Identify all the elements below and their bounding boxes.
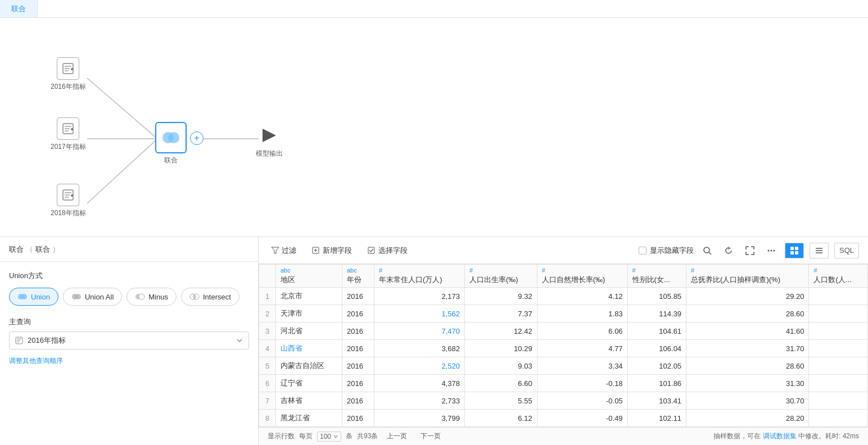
node-output[interactable]: 模型输出: [256, 124, 283, 158]
svg-point-17: [168, 132, 179, 143]
canvas-area: 2016年指标 2017年指标 2018年指标: [0, 18, 868, 237]
cell-dependency: 30.70: [686, 392, 809, 410]
expand-button[interactable]: [742, 243, 758, 258]
cell-natural-growth: 1.83: [537, 305, 627, 323]
union-btn-minus[interactable]: Minus: [126, 288, 177, 306]
table-row: 6辽宁省20164,3786.60-0.18101.8631.30: [259, 375, 868, 392]
row-number: 4: [259, 340, 276, 357]
row-number: 1: [259, 288, 276, 305]
table-row: 2天津市20161,5627.371.83114.3928.60: [259, 305, 868, 323]
next-page-button[interactable]: 下一页: [416, 430, 445, 442]
select-field-label: 选择字段: [378, 246, 408, 256]
cell-birth-rate: 7.37: [464, 305, 537, 323]
cell-natural-growth: -0.05: [537, 392, 627, 410]
filter-button[interactable]: 过滤: [268, 243, 300, 258]
bottom-panel: 联合 （ 联合 ） Union方式 Union: [0, 237, 868, 445]
cell-year: 2016: [342, 305, 374, 323]
prev-page-button[interactable]: 上一页: [382, 430, 412, 442]
show-hidden-checkbox[interactable]: [639, 247, 647, 255]
cell-natural-growth: 6.06: [537, 323, 627, 340]
union-btn-union-all[interactable]: Union All: [63, 288, 122, 306]
th-pop-end[interactable]: # 年末常住人口(万人): [374, 265, 464, 288]
cell-natural-growth: -0.49: [537, 410, 627, 427]
sample-note2: 中修改。耗时: 42ms: [798, 432, 859, 440]
union-btn-union-all-label: Union All: [85, 293, 114, 301]
main-query-select[interactable]: 2016年指标: [9, 332, 249, 349]
cell-region: 吉林省: [276, 392, 342, 410]
cell-pop-end: 1,562: [374, 305, 464, 323]
cell-dependency: 41.60: [686, 323, 809, 340]
node-2017[interactable]: 2017年指标: [51, 117, 86, 152]
th-dependency[interactable]: # 总抚养比(人口抽样调查)(%): [686, 265, 809, 288]
node-output-label: 模型输出: [256, 149, 283, 158]
th-birth-rate[interactable]: # 人口出生率(‰): [464, 265, 537, 288]
row-number: 2: [259, 305, 276, 323]
cell-year: 2016: [342, 357, 374, 375]
svg-rect-44: [795, 251, 798, 255]
tab-union[interactable]: 联合: [0, 0, 38, 17]
cell-region: 河北省: [276, 323, 342, 340]
node-2017-icon: [57, 117, 79, 140]
add-field-icon: [312, 246, 320, 255]
sample-link[interactable]: 调试数据集: [763, 432, 797, 440]
row-number: 3: [259, 323, 276, 340]
cell-dependency: 28.60: [686, 357, 809, 375]
chevron-down-icon: [236, 337, 243, 344]
cell-region: 天津市: [276, 305, 342, 323]
row-number: 8: [259, 410, 276, 427]
search-button[interactable]: [699, 243, 715, 258]
table-row: 7吉林省20162,7335.55-0.05103.4130.70: [259, 392, 868, 410]
row-number: 6: [259, 375, 276, 392]
svg-rect-42: [795, 247, 798, 250]
cell-dependency: 29.20: [686, 288, 809, 305]
cell-pop-num: [809, 410, 868, 427]
add-field-label: 新增字段: [323, 246, 352, 256]
th-gender-ratio[interactable]: # 性别比(女...: [627, 265, 686, 288]
panel-subtitle: 联合: [35, 244, 50, 255]
th-year[interactable]: abc 年份: [342, 265, 374, 288]
cell-pop-end: 2,733: [374, 392, 464, 410]
add-node-button[interactable]: +: [190, 131, 204, 145]
node-2016[interactable]: 2016年指标: [51, 57, 86, 92]
show-hidden-field[interactable]: 显示隐藏字段: [639, 246, 694, 256]
right-panel: 过滤 新增字段 选择字段 显示隐藏字段: [259, 237, 868, 445]
th-region[interactable]: abc 地区: [276, 265, 342, 288]
cell-pop-num: [809, 375, 868, 392]
panel-title: 联合: [9, 244, 24, 255]
node-union-label: 联合: [164, 156, 178, 165]
union-btn-intersect[interactable]: Intersect: [181, 288, 239, 306]
refresh-button[interactable]: [721, 243, 736, 258]
view-list-button[interactable]: [810, 243, 829, 258]
table-footer: 显示行数 每页 100 条 共93条 上一页 下一页 抽样数据，可在 调试数据集…: [259, 427, 868, 445]
th-natural-growth[interactable]: # 人口自然增长率(‰): [537, 265, 627, 288]
add-field-button[interactable]: 新增字段: [309, 243, 355, 258]
node-union-icon: [155, 122, 187, 153]
view-table-button[interactable]: [785, 243, 804, 258]
data-table: abc 地区 abc 年份 #: [259, 264, 868, 427]
union-icon: [17, 292, 28, 302]
node-2018[interactable]: 2018年指标: [51, 184, 86, 218]
union-mode-label: Union方式: [9, 271, 249, 281]
cell-pop-num: [809, 288, 868, 305]
adjust-order-link[interactable]: 调整其他查询顺序: [9, 357, 63, 365]
show-hidden-text: 显示隐藏字段: [650, 246, 694, 256]
display-rows-label: 显示行数: [268, 432, 295, 441]
panel-header: 联合 （ 联合 ）: [0, 237, 258, 262]
svg-rect-35: [368, 247, 374, 253]
union-btn-union[interactable]: Union: [9, 288, 58, 306]
th-pop-num[interactable]: # 人口数(人...: [809, 265, 868, 288]
cell-birth-rate: 6.60: [464, 375, 537, 392]
sql-button[interactable]: SQL: [834, 243, 859, 258]
cell-year: 2016: [342, 392, 374, 410]
table-view-icon: [790, 246, 799, 255]
intersect-icon: [189, 292, 200, 302]
table-row: 8黑龙江省20163,7996.12-0.49102.1128.20: [259, 410, 868, 427]
more-button[interactable]: [763, 243, 779, 258]
select-field-button[interactable]: 选择字段: [364, 243, 411, 258]
svg-rect-43: [790, 251, 794, 255]
cell-region: 辽宁省: [276, 375, 342, 392]
node-union[interactable]: 联合: [155, 122, 187, 165]
total-count: 共93条: [357, 432, 378, 441]
per-page-select[interactable]: 100: [317, 432, 341, 442]
toolbar-right: 显示隐藏字段: [639, 243, 859, 258]
